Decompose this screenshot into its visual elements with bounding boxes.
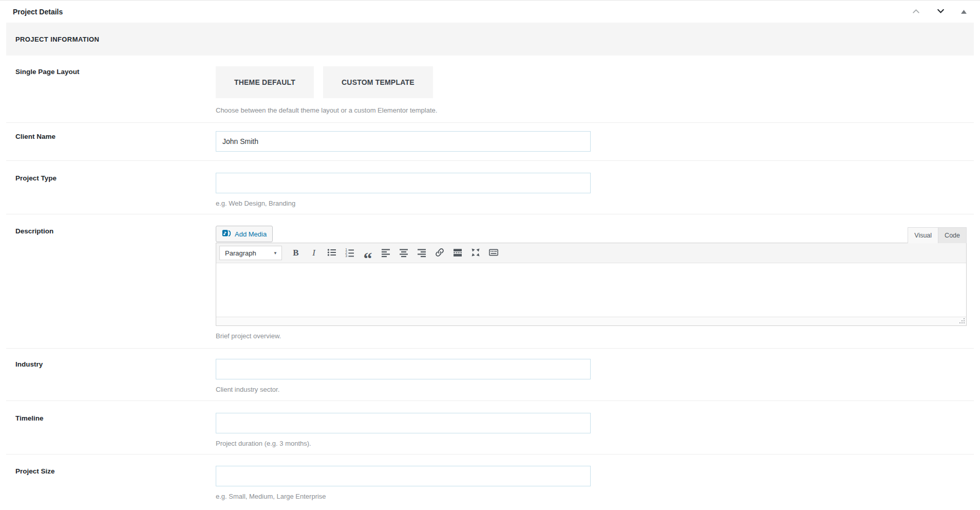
project-type-input[interactable] <box>216 173 591 193</box>
toolbar-toggle-button[interactable] <box>485 246 502 260</box>
insert-more-tag-button[interactable] <box>449 246 466 260</box>
bold-button[interactable]: B <box>288 246 304 260</box>
blockquote-button[interactable]: “ <box>360 246 376 260</box>
bulleted-list-icon <box>327 247 337 259</box>
field-row-single-page-layout: Single Page Layout THEME DEFAULT CUSTOM … <box>6 56 974 123</box>
paragraph-format-dropdown[interactable]: Paragraph ▼ <box>219 246 282 260</box>
numbered-list-icon: 1 2 3 <box>345 247 355 259</box>
metabox-body: PROJECT INFORMATION Single Page Layout T… <box>0 23 980 504</box>
editor-mode-tabs: Visual Code <box>908 227 967 243</box>
metabox-header: Project Details <box>0 1 980 23</box>
field-row-description: Description <box>6 214 974 349</box>
italic-icon: I <box>312 248 315 258</box>
numbered-list-button[interactable]: 1 2 3 <box>342 246 358 260</box>
svg-text:3: 3 <box>345 254 347 258</box>
more-tag-icon <box>453 247 463 259</box>
theme-default-button[interactable]: THEME DEFAULT <box>216 66 314 98</box>
editor-content-area[interactable] <box>216 263 966 317</box>
field-help-text: Choose between the default theme layout … <box>216 106 974 114</box>
field-help-text: e.g. Small, Medium, Large Enterprise <box>216 493 974 500</box>
align-left-icon <box>381 247 391 259</box>
bold-icon: B <box>293 248 298 258</box>
fullscreen-button[interactable] <box>467 246 484 260</box>
align-right-icon <box>417 247 427 259</box>
chevron-up-icon <box>912 7 920 16</box>
wp-editor: Add Media Visual Code Paragraph ▼ <box>216 226 967 326</box>
link-icon <box>435 247 445 259</box>
field-label: Project Size <box>15 466 216 500</box>
field-label: Project Type <box>15 173 216 207</box>
field-label: Description <box>15 226 216 340</box>
add-media-label: Add Media <box>235 230 267 238</box>
chevron-down-icon <box>936 7 945 16</box>
metabox-handle-actions <box>911 6 968 17</box>
project-size-input[interactable] <box>216 466 591 486</box>
field-row-industry: Industry Client industry sector. <box>6 349 974 401</box>
custom-template-button[interactable]: CUSTOM TEMPLATE <box>323 66 433 98</box>
fullscreen-icon <box>470 247 481 259</box>
field-row-project-size: Project Size e.g. Small, Medium, Large E… <box>6 454 974 504</box>
field-help-text: Client industry sector. <box>216 386 974 393</box>
field-label: Industry <box>15 359 216 393</box>
bulleted-list-button[interactable] <box>324 246 340 260</box>
tab-code[interactable]: Code <box>938 227 967 243</box>
align-center-icon <box>399 247 409 259</box>
metabox-title: Project Details <box>13 8 63 16</box>
field-row-project-type: Project Type e.g. Web Design, Branding <box>6 161 974 214</box>
project-details-metabox: Project Details PROJECT INFORMATION <box>0 0 980 510</box>
toggle-triangle-icon <box>961 8 967 15</box>
tab-visual[interactable]: Visual <box>908 227 938 243</box>
field-row-timeline: Timeline Project duration (e.g. 3 months… <box>6 401 974 454</box>
field-label: Timeline <box>15 413 216 447</box>
toggle-panel-button[interactable] <box>960 7 968 16</box>
align-center-button[interactable] <box>395 246 412 260</box>
layout-button-group: THEME DEFAULT CUSTOM TEMPLATE <box>216 66 974 98</box>
add-media-button[interactable]: Add Media <box>216 226 273 242</box>
field-label: Single Page Layout <box>15 66 216 114</box>
field-help-text: Brief project overview. <box>216 332 974 340</box>
industry-input[interactable] <box>216 359 591 379</box>
field-label: Client Name <box>15 131 216 152</box>
chevron-down-icon: ▼ <box>273 251 277 256</box>
timeline-input[interactable] <box>216 413 591 433</box>
keyboard-icon <box>488 247 499 259</box>
align-right-button[interactable] <box>413 246 430 260</box>
insert-link-button[interactable] <box>431 246 448 260</box>
client-name-input[interactable] <box>216 131 591 152</box>
italic-button[interactable]: I <box>306 246 322 260</box>
field-help-text: e.g. Web Design, Branding <box>216 199 974 207</box>
media-icon <box>222 229 231 240</box>
move-down-button[interactable] <box>935 6 946 17</box>
resize-grip-icon[interactable] <box>958 317 965 326</box>
field-help-text: Project duration (e.g. 3 months). <box>216 440 974 447</box>
align-left-button[interactable] <box>378 246 394 260</box>
field-row-client-name: Client Name <box>6 123 974 161</box>
editor-toolbar: Paragraph ▼ B I <box>216 243 966 263</box>
move-up-button[interactable] <box>911 6 921 17</box>
section-header: PROJECT INFORMATION <box>6 23 974 56</box>
